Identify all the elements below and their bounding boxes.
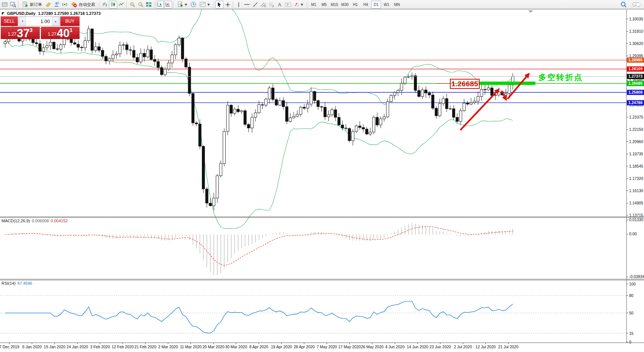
equidistant-channel-tool-button[interactable]: E xyxy=(259,1,267,9)
zoom-out-button[interactable] xyxy=(136,1,145,9)
line-chart-button[interactable] xyxy=(117,1,125,9)
turning-point-label: 多空转折点 xyxy=(538,72,583,83)
svg-text:6 Jan 2020: 6 Jan 2020 xyxy=(22,345,42,349)
arrows-tool-button[interactable]: ▾ xyxy=(292,1,305,9)
volume-field[interactable]: ▼ 1.00 ▲ xyxy=(19,16,59,26)
svg-text:21 Feb 2020: 21 Feb 2020 xyxy=(135,345,157,349)
profiles-button[interactable] xyxy=(9,1,17,9)
timeframe-button-D1[interactable]: D1 xyxy=(371,1,381,9)
timeframe-button-H4[interactable]: H4 xyxy=(361,1,371,9)
svg-text:0.00: 0.00 xyxy=(629,232,637,236)
dropdown-caret-icon: ▾ xyxy=(207,2,210,7)
timeframe-button-M30[interactable]: M30 xyxy=(340,1,350,9)
crosshair-tool-button[interactable] xyxy=(223,1,232,9)
svg-text:F: F xyxy=(273,5,274,7)
svg-text:100: 100 xyxy=(629,282,636,286)
timeframe-button-H1[interactable]: H1 xyxy=(350,1,360,9)
candles xyxy=(4,26,514,210)
search-button[interactable] xyxy=(619,1,628,9)
svg-text:1.16130: 1.16130 xyxy=(629,188,643,193)
svg-text:20 Mar 2020: 20 Mar 2020 xyxy=(203,345,225,349)
timeframe-button-M1[interactable]: M1 xyxy=(309,1,319,9)
auto-trading-label: 自动交易 xyxy=(79,2,95,7)
chart-shift-marker xyxy=(528,10,533,13)
indicators-button[interactable]: ▾ xyxy=(175,1,189,9)
svg-text:1.33035: 1.33035 xyxy=(629,17,643,21)
svg-text:7 May 2020: 7 May 2020 xyxy=(317,345,337,349)
signals-button[interactable] xyxy=(61,1,69,9)
timeframe-button-M5[interactable]: M5 xyxy=(319,1,329,9)
pivot-price-annotation[interactable]: 1.26685 xyxy=(450,79,480,89)
sell-price-pips: 37 xyxy=(17,29,29,38)
date-axis: 7 Dec 20196 Jan 202015 Jan 202024 Jan 20… xyxy=(0,343,518,349)
svg-text:1.28109: 1.28109 xyxy=(628,67,643,71)
volume-value[interactable]: 1.00 xyxy=(26,17,52,26)
macd-label-row: MACD(12,26,9)0.0060080.004152 xyxy=(1,219,68,223)
volume-up-button[interactable]: ▲ xyxy=(52,17,59,26)
sell-price-point: 3 xyxy=(30,27,33,33)
chart-symbol-period: GBPUSD,Daily xyxy=(7,11,35,16)
cursor-tool-button[interactable] xyxy=(215,1,223,9)
vertical-line-tool-button[interactable] xyxy=(235,1,243,9)
toolbar-separator xyxy=(126,1,127,8)
text-tool-button[interactable]: A xyxy=(276,1,284,9)
sell-button[interactable]: SELL xyxy=(1,16,18,26)
svg-text:1.27373: 1.27373 xyxy=(628,74,643,78)
horizontal-line-tool-button[interactable] xyxy=(243,1,251,9)
new-order-label: 新订单 xyxy=(30,2,42,7)
chat-button[interactable] xyxy=(631,1,641,9)
svg-text:12 Feb 2020: 12 Feb 2020 xyxy=(112,345,134,349)
svg-text:1.28986: 1.28986 xyxy=(628,58,643,62)
svg-text:T: T xyxy=(287,3,289,7)
metaeditor-button[interactable] xyxy=(44,1,52,9)
chart-canvas[interactable]: 1.330351.318101.306201.293951.269801.245… xyxy=(0,0,644,352)
svg-text:11 Mar 2020: 11 Mar 2020 xyxy=(180,345,202,349)
auto-scroll-button[interactable] xyxy=(156,1,164,9)
trendline-tool-button[interactable] xyxy=(251,1,259,9)
rsi-value: 67.4596 xyxy=(17,281,32,285)
zoom-in-button[interactable] xyxy=(128,1,136,9)
toolbar-separator xyxy=(18,1,19,8)
timeframe-button-M15[interactable]: M15 xyxy=(329,1,339,9)
svg-text:50: 50 xyxy=(629,311,634,315)
svg-text:19 Apr 2020: 19 Apr 2020 xyxy=(271,345,292,349)
label-tool-button[interactable]: T xyxy=(284,1,292,9)
buy-price-prefix: 1.27 xyxy=(48,32,56,37)
buy-price-button[interactable]: 1.27 40 1 xyxy=(41,27,80,39)
fibonacci-tool-button[interactable]: F xyxy=(267,1,276,9)
svg-text:23 Jun 2020: 23 Jun 2020 xyxy=(429,345,451,349)
svg-text:1.20960: 1.20960 xyxy=(629,139,643,144)
toolbar-separator xyxy=(173,1,174,8)
svg-text:24 Jan 2020: 24 Jan 2020 xyxy=(67,345,88,349)
toolbar-drag-handle xyxy=(98,1,100,8)
toolbar-drag-handle xyxy=(306,1,308,8)
mt4-window: 新订单 自动交易 ▾ ▾ E F A T ▾ xyxy=(0,0,644,352)
timeframe-toolbar: M1M5M15M30H1H4D1W1MN xyxy=(309,1,402,9)
timeframe-button-MN[interactable]: MN xyxy=(392,1,402,9)
candlestick-chart-button[interactable] xyxy=(109,1,117,9)
buy-price-point: 1 xyxy=(70,27,73,33)
svg-text:80: 80 xyxy=(629,293,634,298)
rsi-label: RSI(14) xyxy=(1,281,16,285)
new-order-button[interactable]: 新订单 xyxy=(20,1,44,9)
timeframe-button-W1[interactable]: W1 xyxy=(381,1,392,9)
chart-window-button[interactable] xyxy=(1,1,9,9)
bar-chart-button[interactable] xyxy=(101,1,109,9)
svg-text:15 Jan 2020: 15 Jan 2020 xyxy=(44,345,65,349)
periods-button[interactable] xyxy=(189,1,197,9)
tile-windows-button[interactable] xyxy=(145,1,153,9)
templates-button[interactable]: ▾ xyxy=(197,1,212,9)
svg-text:1.25808: 1.25808 xyxy=(628,90,643,94)
svg-text:28 Apr 2020: 28 Apr 2020 xyxy=(294,345,315,349)
svg-text:1.23375: 1.23375 xyxy=(629,115,643,119)
sell-price-button[interactable]: 1.27 37 3 xyxy=(1,27,40,39)
market-button[interactable] xyxy=(52,1,61,9)
toolbar-separator xyxy=(154,1,155,8)
auto-trading-button[interactable]: 自动交易 xyxy=(69,1,97,9)
volume-down-button[interactable]: ▼ xyxy=(19,17,26,26)
svg-text:E: E xyxy=(264,5,266,7)
buy-button[interactable]: BUY xyxy=(60,16,80,26)
chart-shift-button[interactable] xyxy=(164,1,172,9)
svg-text:1.18545: 1.18545 xyxy=(629,164,643,168)
auto-trading-icon xyxy=(71,1,77,7)
